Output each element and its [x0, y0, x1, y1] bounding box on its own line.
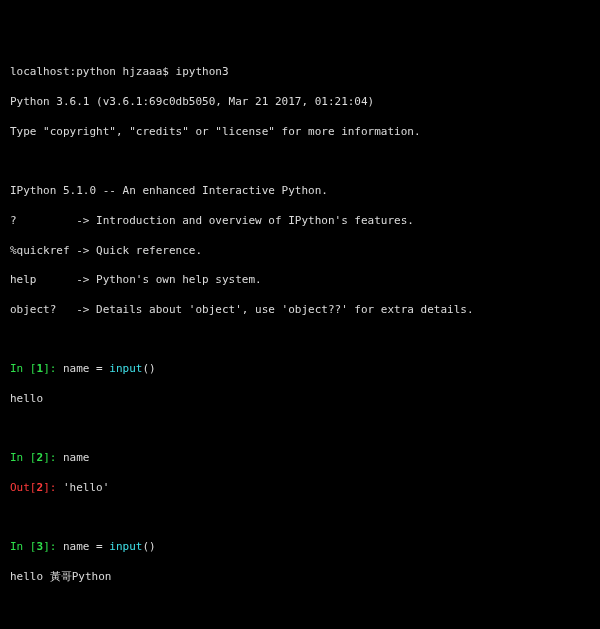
python-version: Python 3.6.1 (v3.6.1:69c0db5050, Mar 21 …: [10, 95, 590, 110]
in-prompt-2[interactable]: In [2]: name: [10, 451, 590, 466]
input-echo: hello 黃哥Python: [10, 570, 590, 585]
in-prompt-1[interactable]: In [1]: name = input(): [10, 362, 590, 377]
intro-help: ? -> Introduction and overview of IPytho…: [10, 214, 590, 229]
help-line: help -> Python's own help system.: [10, 273, 590, 288]
object-help: object? -> Details about 'object', use '…: [10, 303, 590, 318]
input-echo: hello: [10, 392, 590, 407]
out-prompt-2: Out[2]: 'hello': [10, 481, 590, 496]
in-prompt-3[interactable]: In [3]: name = input(): [10, 540, 590, 555]
quickref-help: %quickref -> Quick reference.: [10, 244, 590, 259]
credits-line: Type "copyright", "credits" or "license"…: [10, 125, 590, 140]
shell-prompt: localhost:python hjzaaa$ ipython3: [10, 65, 590, 80]
ipython-header: IPython 5.1.0 -- An enhanced Interactive…: [10, 184, 590, 199]
